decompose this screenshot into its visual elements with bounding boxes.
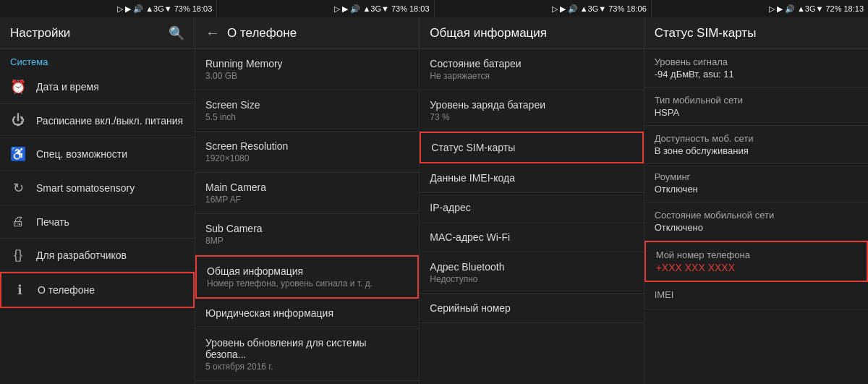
gen-battery-level[interactable]: Уровень заряда батареи 73 % xyxy=(420,90,643,132)
sidebar-label-dev: Для разработчиков xyxy=(36,249,127,261)
status-time-4: 18:13 xyxy=(843,4,864,13)
gen-value-bluetooth: Недоступно xyxy=(430,274,633,284)
accessibility-icon: ♿ xyxy=(10,146,26,162)
status-bar-1: ▷ ▶ 🔊 ▲3G▼ 73% 18:03 xyxy=(0,0,217,17)
info-running-memory[interactable]: Running Memory 3.00 GB xyxy=(195,49,419,90)
gen-battery-status[interactable]: Состояние батареи Не заряжается xyxy=(420,49,643,90)
clock-icon: ⏰ xyxy=(10,79,26,95)
status-icons-2: ▷ ▶ xyxy=(334,4,348,14)
status-icons-1: ▷ ▶ xyxy=(117,4,131,14)
about-phone-title: О телефоне xyxy=(227,26,297,40)
info-value-main-camera: 16MP AF xyxy=(205,195,409,205)
sim-value-network-available: В зоне обслуживания xyxy=(655,145,858,156)
sim-label-my-number: Мой номер телефона xyxy=(656,249,856,260)
info-value-running-memory: 3.00 GB xyxy=(205,71,409,81)
sim-label-network-available: Доступность моб. сети xyxy=(655,133,858,144)
sidebar-label-about: О телефоне xyxy=(38,284,95,296)
sidebar-label-smart: Smart somatosensory xyxy=(36,182,135,194)
gen-imei[interactable]: Данные IMEI-кода xyxy=(420,163,643,193)
sidebar-item-smart[interactable]: ↻ Smart somatosensory xyxy=(0,171,195,205)
settings-sidebar-panel: Система ⏰ Дата и время ⏻ Расписание вкл.… xyxy=(0,49,195,384)
sim-value-network-type: HSPA xyxy=(655,107,858,118)
status-bars-row: ▷ ▶ 🔊 ▲3G▼ 73% 18:03 ▷ ▶ 🔊 ▲3G▼ 73% 18:0… xyxy=(0,0,868,17)
settings-title: Настройки xyxy=(10,26,70,40)
gen-label-ip: IP-адрес xyxy=(430,202,633,213)
sim-value-mobile-status: Отключено xyxy=(655,222,858,233)
status-icons-3: ▷ ▶ xyxy=(552,4,566,14)
info-legal[interactable]: Юридическая информация xyxy=(195,299,419,328)
status-signal-3: 🔊 ▲3G▼ 73% xyxy=(568,4,625,14)
info-screen-size[interactable]: Screen Size 5.5 inch xyxy=(195,90,419,132)
info-label-security-update: Уровень обновления для системы безопа... xyxy=(205,337,409,360)
sim-label-mobile-status: Состояние мобильной сети xyxy=(655,210,858,221)
gen-label-imei: Данные IMEI-кода xyxy=(430,172,633,184)
status-time-3: 18:06 xyxy=(626,4,647,13)
about-phone-panel: Running Memory 3.00 GB Screen Size 5.5 i… xyxy=(195,49,420,384)
info-label-running-memory: Running Memory xyxy=(205,58,409,69)
header-general-info: Общая информация xyxy=(420,17,644,48)
sidebar-label-accessibility: Спец. возможности xyxy=(36,148,127,160)
info-label-legal: Юридическая информация xyxy=(205,307,409,319)
status-icons-4: ▷ ▶ xyxy=(769,4,783,14)
panel-headers-row: Настройки 🔍 ← О телефоне Общая информаци… xyxy=(0,17,868,49)
info-value-security-update: 5 октября 2016 г. xyxy=(205,362,409,372)
dev-icon: {} xyxy=(10,247,26,263)
info-label-main-camera: Main Camera xyxy=(205,182,409,193)
status-time-2: 18:03 xyxy=(409,4,430,13)
print-icon: 🖨 xyxy=(10,214,26,229)
sidebar-item-schedule[interactable]: ⏻ Расписание вкл./выкл. питания xyxy=(0,104,195,137)
sim-label-roaming: Роуминг xyxy=(655,171,858,182)
sim-label-signal: Уровень сигнала xyxy=(655,56,858,67)
status-signal-1: 🔊 ▲3G▼ 73% xyxy=(133,4,190,14)
gen-bluetooth[interactable]: Адрес Bluetooth Недоступно xyxy=(420,252,643,294)
sidebar-item-accessibility[interactable]: ♿ Спец. возможности xyxy=(0,137,195,171)
info-security-update[interactable]: Уровень обновления для системы безопа...… xyxy=(195,328,419,381)
gen-ip[interactable]: IP-адрес xyxy=(420,193,643,223)
gen-serial[interactable]: Серийный номер xyxy=(420,294,643,323)
sidebar-item-about[interactable]: ℹ О телефоне xyxy=(0,272,195,308)
gen-sim-status[interactable]: Статус SIM-карты xyxy=(420,132,643,163)
sidebar-label-schedule: Расписание вкл./выкл. питания xyxy=(36,115,183,127)
sidebar-item-print[interactable]: 🖨 Печать xyxy=(0,205,195,239)
info-general-info[interactable]: Общая информация Номер телефона, уровень… xyxy=(195,255,419,299)
sidebar-item-dev[interactable]: {} Для разработчиков xyxy=(0,239,195,272)
status-bar-4: ▷ ▶ 🔊 ▲3G▼ 72% 18:13 xyxy=(652,0,868,17)
info-value-screen-resolution: 1920×1080 xyxy=(205,153,409,163)
info-label-screen-size: Screen Size xyxy=(205,99,409,111)
sim-status-title: Статус SIM-карты xyxy=(655,26,757,40)
gen-mac-wifi[interactable]: MAC-адрес Wi-Fi xyxy=(420,223,643,252)
info-value-sub-camera: 8MP xyxy=(205,236,409,246)
back-arrow-icon[interactable]: ← xyxy=(205,25,220,41)
sim-network-available: Доступность моб. сети В зоне обслуживани… xyxy=(644,126,868,164)
info-main-camera[interactable]: Main Camera 16MP AF xyxy=(195,173,419,214)
info-label-screen-resolution: Screen Resolution xyxy=(205,140,409,152)
gen-label-serial: Серийный номер xyxy=(430,302,633,314)
search-icon[interactable]: 🔍 xyxy=(169,25,184,41)
gen-label-mac-wifi: MAC-адрес Wi-Fi xyxy=(430,231,633,243)
info-icon: ℹ xyxy=(12,282,27,298)
smart-icon: ↻ xyxy=(10,180,26,196)
status-bar-3: ▷ ▶ 🔊 ▲3G▼ 73% 18:06 xyxy=(435,0,652,17)
info-sub-camera[interactable]: Sub Camera 8MP xyxy=(195,214,419,255)
main-panels: Система ⏰ Дата и время ⏻ Расписание вкл.… xyxy=(0,49,868,384)
info-label-sub-camera: Sub Camera xyxy=(205,223,409,234)
sidebar-item-datetime[interactable]: ⏰ Дата и время xyxy=(0,70,195,104)
header-sim-status: Статус SIM-карты xyxy=(644,17,868,48)
status-signal-2: 🔊 ▲3G▼ 73% xyxy=(350,4,407,14)
gen-label-sim-status: Статус SIM-карты xyxy=(431,142,631,153)
gen-value-battery-status: Не заряжается xyxy=(430,71,633,81)
sidebar-label-print: Печать xyxy=(36,216,69,228)
gen-label-battery-status: Состояние батареи xyxy=(430,58,633,69)
gen-value-battery-level: 73 % xyxy=(430,112,633,122)
gen-label-bluetooth: Адрес Bluetooth xyxy=(430,261,633,273)
status-signal-4: 🔊 ▲3G▼ 72% xyxy=(785,4,842,14)
general-info-title: Общая информация xyxy=(430,26,547,40)
info-screen-resolution[interactable]: Screen Resolution 1920×1080 xyxy=(195,132,419,173)
sidebar-label-datetime: Дата и время xyxy=(36,81,99,93)
sim-imei: IMEI xyxy=(644,282,868,310)
sim-signal-level: Уровень сигнала -94 дБмВт, asu: 11 xyxy=(644,49,868,88)
gen-label-battery-level: Уровень заряда батареи xyxy=(430,99,633,111)
info-value-screen-size: 5.5 inch xyxy=(205,112,409,122)
sim-roaming: Роуминг Отключен xyxy=(644,164,868,202)
info-value-general-info: Номер телефона, уровень сигнала и т. д. xyxy=(207,278,407,289)
